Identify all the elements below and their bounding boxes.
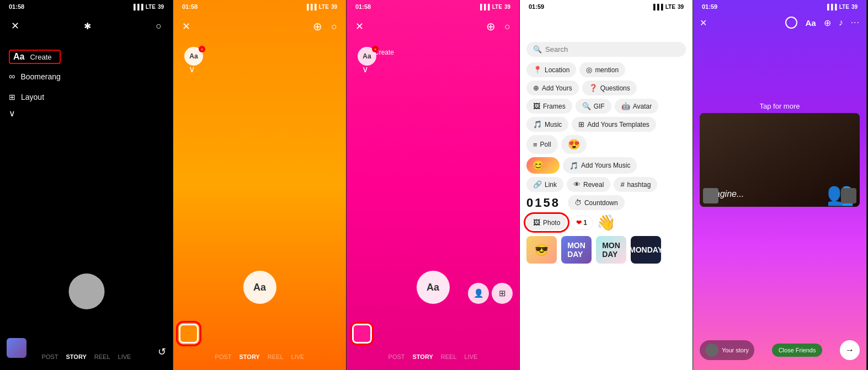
close-icon-2[interactable]: ✕	[182, 20, 190, 33]
nav-post-1[interactable]: POST	[42, 353, 58, 360]
nav-post-2[interactable]: POST	[215, 353, 232, 360]
emoji-thumb-2[interactable]: MONDAY	[561, 236, 592, 264]
circle-icon-2[interactable]: ○	[331, 21, 337, 33]
add-yours-music-chip[interactable]: 🎵 Add Yours Music	[563, 157, 637, 174]
layout-menu-item[interactable]: ⊞ Layout	[9, 89, 61, 105]
nav-live-3[interactable]: LIVE	[465, 353, 478, 360]
shutter-button-1[interactable]	[68, 274, 104, 309]
close-icon-5[interactable]: ✕	[700, 18, 707, 28]
phone-1: 01:58 ▐▐▐ LTE 39 ✕ ✱ ○ Aa Create ∞ Boome…	[0, 0, 173, 370]
chevron-down-1[interactable]: ∨	[9, 109, 15, 118]
phone-2: 01:58 ▐▐▐ LTE 39 ✕ ⊕ ○ Aa × ∨ Aa POST ST…	[173, 0, 347, 370]
nav-story-1[interactable]: STORY	[66, 353, 87, 360]
phone-3: 01:58 ▐▐▐ LTE 39 ✕ ⊕ ○ Aa × ∨ Create Aa …	[347, 0, 520, 370]
gif-chip[interactable]: 🔍 GIF	[576, 99, 611, 114]
text-icon-5[interactable]: Aa	[805, 18, 816, 28]
avatar-5	[705, 344, 718, 357]
sticker-icon-2[interactable]: ⊕	[313, 20, 322, 33]
heart-eyes-icon: 😍	[568, 138, 580, 151]
color-selector-orange[interactable]	[179, 324, 199, 344]
network-1: LTE	[146, 4, 156, 10]
search-bar-4[interactable]: 🔍	[526, 42, 686, 57]
add-yours-chip[interactable]: ⊕ Add Yours	[526, 81, 579, 95]
wave-hand-sticker[interactable]: 👋	[597, 213, 616, 232]
questions-chip[interactable]: ❓ Questions	[582, 81, 637, 95]
aa-btn-2[interactable]: Aa	[243, 271, 276, 304]
close-icon-1[interactable]: ✕	[11, 20, 19, 32]
time-2: 01:58	[182, 3, 198, 10]
nav-story-3[interactable]: STORY	[413, 353, 433, 360]
hashtag-chip[interactable]: # hashtag	[614, 177, 657, 192]
circle-icon-5[interactable]	[785, 17, 797, 29]
nav-story-2[interactable]: STORY	[239, 353, 260, 360]
chevron-down-3[interactable]: ∨	[362, 64, 369, 74]
sticker-icon-5[interactable]: ⊕	[824, 18, 831, 28]
create-menu-item[interactable]: Aa Create	[9, 50, 61, 64]
location-chip[interactable]: 📍 Location	[526, 62, 576, 77]
next-arrow-btn[interactable]: →	[840, 340, 860, 360]
emoji-thumb-3[interactable]: MONDAY	[596, 236, 626, 264]
flash-icon-1[interactable]: ✱	[84, 21, 91, 31]
frames-chip[interactable]: 🖼 Frames	[526, 99, 572, 114]
album-thumb-5	[703, 188, 718, 203]
nav-live-1[interactable]: LIVE	[118, 353, 131, 360]
emoji-sticker-chip[interactable]: 😊	[526, 157, 560, 174]
link-icon: 🔗	[533, 180, 542, 189]
settings-icon-1[interactable]: ○	[156, 20, 162, 32]
grid-btn-3[interactable]: ⊞	[492, 283, 513, 304]
heart-eyes-chip[interactable]: 😍	[561, 135, 587, 154]
reveal-chip[interactable]: 👁 Reveal	[567, 177, 610, 192]
templates-label: Add Yours Templates	[587, 121, 649, 128]
search-input-4[interactable]	[545, 45, 679, 53]
music-card-5[interactable]: Imagine... 👥	[700, 113, 860, 207]
top-bar-1: ✕ ✱ ○	[0, 15, 173, 36]
chevron-down-2[interactable]: ∨	[189, 64, 195, 74]
avatar-btn-3[interactable]: 👤	[468, 283, 489, 304]
aa-btn-3[interactable]: Aa	[417, 271, 450, 304]
number-display: 0158	[526, 196, 560, 210]
countdown-chip[interactable]: ⏱ Countdown	[568, 195, 625, 210]
nav-post-3[interactable]: POST	[388, 353, 405, 360]
link-label: Link	[545, 181, 557, 189]
countdown-label: Countdown	[584, 199, 618, 207]
heart-badge[interactable]: ❤ 1	[570, 216, 593, 230]
nav-reel-1[interactable]: REEL	[94, 353, 110, 360]
nav-reel-3[interactable]: REEL	[441, 353, 457, 360]
mention-chip[interactable]: ◎ mention	[579, 62, 625, 77]
more-icon-5[interactable]: ···	[851, 18, 860, 28]
sticker-icon-3[interactable]: ⊕	[486, 20, 496, 33]
mention-label: mention	[595, 66, 619, 74]
emoji-thumb-4[interactable]: MONDAY	[631, 236, 661, 264]
sticker-row-3: 🖼 Frames 🔍 GIF 🤖 Avatar	[526, 99, 686, 114]
avatar-chip[interactable]: 🤖 Avatar	[615, 99, 658, 114]
sticker-row-1: 📍 Location ◎ mention	[526, 62, 686, 77]
your-story-btn[interactable]: Your story	[700, 340, 754, 360]
nav-live-2[interactable]: LIVE	[291, 353, 305, 360]
bottom-nav-2: POST STORY REEL LIVE	[173, 353, 346, 360]
emoji-thumb-1[interactable]: 😎	[526, 236, 557, 264]
nav-reel-2[interactable]: REEL	[268, 353, 284, 360]
avatar-label: Avatar	[633, 103, 652, 110]
add-yours-templates-chip[interactable]: ⊞ Add Yours Templates	[572, 117, 656, 132]
frames-label: Frames	[543, 103, 566, 110]
sticker-row-9: 🖼 Photo ❤ 1 👋	[526, 213, 686, 232]
photo-chip[interactable]: 🖼 Photo	[526, 215, 567, 230]
color-selector-pink[interactable]	[352, 324, 372, 344]
close-icon-3[interactable]: ✕	[355, 20, 364, 33]
circle-icon-3[interactable]: ○	[504, 21, 510, 33]
add-yours-label: Add Yours	[542, 84, 572, 92]
hashtag-label: hashtag	[627, 181, 651, 189]
status-bar-1: 01:58 ▐▐▐ LTE 39	[0, 0, 173, 12]
music-icon-5[interactable]: ♪	[839, 18, 843, 28]
poll-chip[interactable]: ≡ Poll	[526, 135, 558, 154]
phone-4: 01:59 ▐▐▐ LTE 39 🔍 📍 Location ◎ mention	[520, 0, 693, 370]
imagine-text-5: Imagine...	[705, 189, 854, 199]
sticker-row-2: ⊕ Add Yours ❓ Questions	[526, 81, 686, 95]
close-friends-label: Close Friends	[779, 347, 816, 353]
close-friends-btn[interactable]: Close Friends	[772, 344, 823, 357]
boomerang-menu-item[interactable]: ∞ Boomerang	[9, 68, 61, 85]
music-chip[interactable]: 🎵 Music	[526, 117, 568, 132]
link-chip[interactable]: 🔗 Link	[526, 177, 563, 192]
countdown-icon: ⏱	[574, 199, 582, 207]
battery-5: 39	[851, 4, 858, 10]
